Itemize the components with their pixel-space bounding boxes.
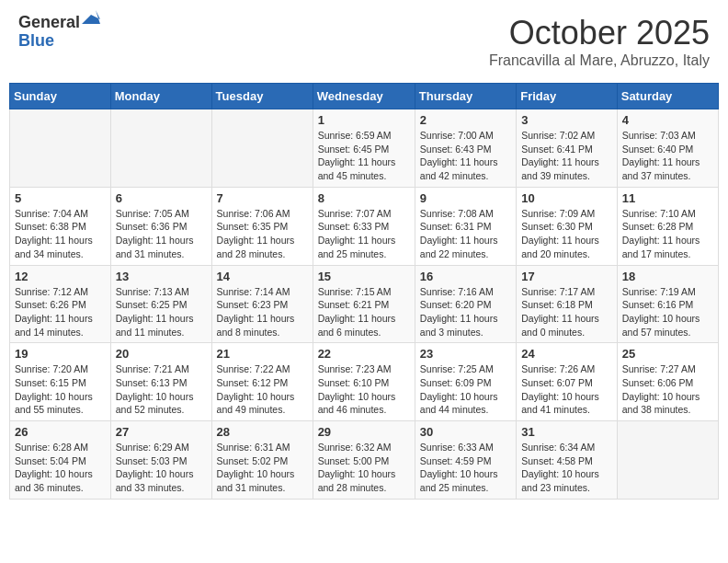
day-number: 7 <box>217 191 308 205</box>
day-header-monday: Monday <box>110 84 211 109</box>
day-number: 5 <box>15 191 106 205</box>
day-header-tuesday: Tuesday <box>211 84 313 109</box>
calendar-cell: 21Sunrise: 7:22 AM Sunset: 6:12 PM Dayli… <box>211 343 313 421</box>
day-header-sunday: Sunday <box>10 84 111 109</box>
calendar-cell <box>110 109 211 188</box>
day-header-thursday: Thursday <box>415 84 516 109</box>
day-info: Sunrise: 7:22 AM Sunset: 6:12 PM Dayligh… <box>217 362 308 417</box>
calendar-cell <box>211 109 313 188</box>
calendar-cell: 13Sunrise: 7:13 AM Sunset: 6:25 PM Dayli… <box>110 265 211 343</box>
day-info: Sunrise: 7:13 AM Sunset: 6:25 PM Dayligh… <box>116 285 207 339</box>
day-number: 23 <box>420 347 511 361</box>
page-header: General Blue October 2025 Francavilla al… <box>9 9 719 74</box>
calendar-table: SundayMondayTuesdayWednesdayThursdayFrid… <box>9 83 719 500</box>
day-info: Sunrise: 7:15 AM Sunset: 6:21 PM Dayligh… <box>318 285 410 339</box>
day-info: Sunrise: 7:19 AM Sunset: 6:16 PM Dayligh… <box>622 285 713 339</box>
day-info: Sunrise: 6:31 AM Sunset: 5:02 PM Dayligh… <box>217 441 308 495</box>
calendar-cell <box>617 421 718 500</box>
calendar-cell: 20Sunrise: 7:21 AM Sunset: 6:13 PM Dayli… <box>110 343 211 421</box>
day-header-friday: Friday <box>517 84 618 109</box>
week-row-3: 19Sunrise: 7:20 AM Sunset: 6:15 PM Dayli… <box>10 343 719 421</box>
day-number: 26 <box>15 425 106 439</box>
day-info: Sunrise: 7:08 AM Sunset: 6:31 PM Dayligh… <box>420 207 511 261</box>
day-info: Sunrise: 7:10 AM Sunset: 6:28 PM Dayligh… <box>622 207 713 261</box>
calendar-cell: 14Sunrise: 7:14 AM Sunset: 6:23 PM Dayli… <box>211 265 313 343</box>
location-text: Francavilla al Mare, Abruzzo, Italy <box>489 52 710 69</box>
day-info: Sunrise: 6:32 AM Sunset: 5:00 PM Dayligh… <box>318 441 410 495</box>
day-info: Sunrise: 7:12 AM Sunset: 6:26 PM Dayligh… <box>15 285 106 339</box>
day-number: 2 <box>420 113 511 127</box>
day-number: 4 <box>622 113 713 127</box>
calendar-cell: 12Sunrise: 7:12 AM Sunset: 6:26 PM Dayli… <box>10 265 111 343</box>
calendar-cell: 22Sunrise: 7:23 AM Sunset: 6:10 PM Dayli… <box>313 343 415 421</box>
calendar-cell: 3Sunrise: 7:02 AM Sunset: 6:41 PM Daylig… <box>517 109 618 188</box>
day-number: 8 <box>318 191 410 205</box>
day-number: 19 <box>15 347 106 361</box>
day-number: 17 <box>521 270 612 283</box>
calendar-cell: 9Sunrise: 7:08 AM Sunset: 6:31 PM Daylig… <box>415 187 516 265</box>
calendar-cell: 10Sunrise: 7:09 AM Sunset: 6:30 PM Dayli… <box>517 187 618 265</box>
day-number: 20 <box>116 347 207 361</box>
day-info: Sunrise: 7:23 AM Sunset: 6:10 PM Dayligh… <box>318 362 410 417</box>
day-number: 18 <box>622 270 713 283</box>
day-info: Sunrise: 7:17 AM Sunset: 6:18 PM Dayligh… <box>521 285 612 339</box>
calendar-cell: 25Sunrise: 7:27 AM Sunset: 6:06 PM Dayli… <box>617 343 718 421</box>
day-number: 28 <box>217 425 308 439</box>
day-number: 10 <box>521 191 612 205</box>
calendar-cell: 18Sunrise: 7:19 AM Sunset: 6:16 PM Dayli… <box>617 265 718 343</box>
calendar-header-row: SundayMondayTuesdayWednesdayThursdayFrid… <box>10 84 719 109</box>
day-info: Sunrise: 7:04 AM Sunset: 6:38 PM Dayligh… <box>15 207 106 261</box>
day-info: Sunrise: 6:28 AM Sunset: 5:04 PM Dayligh… <box>15 441 106 495</box>
title-block: October 2025 Francavilla al Mare, Abruzz… <box>489 14 710 69</box>
calendar-cell: 29Sunrise: 6:32 AM Sunset: 5:00 PM Dayli… <box>313 421 415 500</box>
calendar-cell: 16Sunrise: 7:16 AM Sunset: 6:20 PM Dayli… <box>415 265 516 343</box>
day-number: 11 <box>622 191 713 205</box>
day-info: Sunrise: 6:29 AM Sunset: 5:03 PM Dayligh… <box>116 441 207 495</box>
day-info: Sunrise: 6:33 AM Sunset: 4:59 PM Dayligh… <box>420 441 511 495</box>
calendar-cell: 27Sunrise: 6:29 AM Sunset: 5:03 PM Dayli… <box>110 421 211 500</box>
day-number: 13 <box>116 270 207 283</box>
logo-icon <box>82 10 100 29</box>
calendar-cell: 5Sunrise: 7:04 AM Sunset: 6:38 PM Daylig… <box>10 187 111 265</box>
day-info: Sunrise: 7:27 AM Sunset: 6:06 PM Dayligh… <box>622 362 713 417</box>
day-header-saturday: Saturday <box>617 84 718 109</box>
calendar-cell: 31Sunrise: 6:34 AM Sunset: 4:58 PM Dayli… <box>517 421 618 500</box>
day-info: Sunrise: 7:06 AM Sunset: 6:35 PM Dayligh… <box>217 207 308 261</box>
day-info: Sunrise: 7:07 AM Sunset: 6:33 PM Dayligh… <box>318 207 410 261</box>
day-number: 1 <box>318 113 410 127</box>
day-info: Sunrise: 7:21 AM Sunset: 6:13 PM Dayligh… <box>116 362 207 417</box>
day-number: 15 <box>318 270 410 283</box>
calendar-cell: 1Sunrise: 6:59 AM Sunset: 6:45 PM Daylig… <box>313 109 415 188</box>
day-number: 25 <box>622 347 713 361</box>
day-info: Sunrise: 7:26 AM Sunset: 6:07 PM Dayligh… <box>521 362 612 417</box>
day-info: Sunrise: 6:34 AM Sunset: 4:58 PM Dayligh… <box>521 441 612 495</box>
calendar-cell: 24Sunrise: 7:26 AM Sunset: 6:07 PM Dayli… <box>517 343 618 421</box>
week-row-0: 1Sunrise: 6:59 AM Sunset: 6:45 PM Daylig… <box>10 109 719 188</box>
calendar-cell: 2Sunrise: 7:00 AM Sunset: 6:43 PM Daylig… <box>415 109 516 188</box>
day-info: Sunrise: 7:20 AM Sunset: 6:15 PM Dayligh… <box>15 362 106 417</box>
calendar-cell: 11Sunrise: 7:10 AM Sunset: 6:28 PM Dayli… <box>617 187 718 265</box>
logo-blue-text: Blue <box>18 32 100 51</box>
day-info: Sunrise: 7:02 AM Sunset: 6:41 PM Dayligh… <box>521 129 612 183</box>
day-number: 24 <box>521 347 612 361</box>
calendar-cell: 7Sunrise: 7:06 AM Sunset: 6:35 PM Daylig… <box>211 187 313 265</box>
calendar-cell: 15Sunrise: 7:15 AM Sunset: 6:21 PM Dayli… <box>313 265 415 343</box>
week-row-1: 5Sunrise: 7:04 AM Sunset: 6:38 PM Daylig… <box>10 187 719 265</box>
day-number: 31 <box>521 425 612 439</box>
day-info: Sunrise: 7:00 AM Sunset: 6:43 PM Dayligh… <box>420 129 511 183</box>
day-info: Sunrise: 7:25 AM Sunset: 6:09 PM Dayligh… <box>420 362 511 417</box>
day-info: Sunrise: 6:59 AM Sunset: 6:45 PM Dayligh… <box>318 129 410 183</box>
day-info: Sunrise: 7:14 AM Sunset: 6:23 PM Dayligh… <box>217 285 308 339</box>
logo: General Blue <box>18 14 100 51</box>
day-number: 30 <box>420 425 511 439</box>
day-info: Sunrise: 7:03 AM Sunset: 6:40 PM Dayligh… <box>622 129 713 183</box>
day-info: Sunrise: 7:16 AM Sunset: 6:20 PM Dayligh… <box>420 285 511 339</box>
calendar-cell: 19Sunrise: 7:20 AM Sunset: 6:15 PM Dayli… <box>10 343 111 421</box>
calendar-cell: 6Sunrise: 7:05 AM Sunset: 6:36 PM Daylig… <box>110 187 211 265</box>
day-number: 21 <box>217 347 308 361</box>
calendar-cell <box>10 109 111 188</box>
logo-general-text: General <box>18 14 80 32</box>
calendar-cell: 28Sunrise: 6:31 AM Sunset: 5:02 PM Dayli… <box>211 421 313 500</box>
day-number: 9 <box>420 191 511 205</box>
calendar-cell: 30Sunrise: 6:33 AM Sunset: 4:59 PM Dayli… <box>415 421 516 500</box>
